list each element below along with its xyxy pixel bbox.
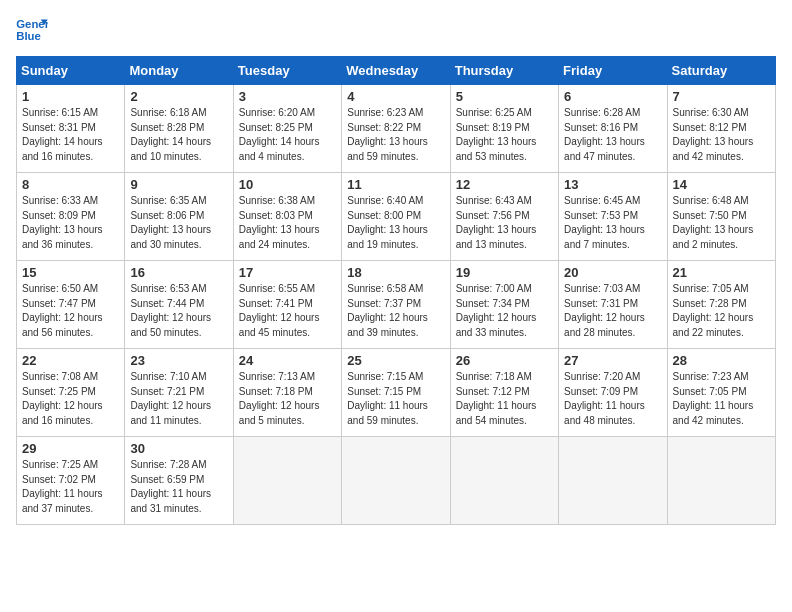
calendar-table: SundayMondayTuesdayWednesdayThursdayFrid… bbox=[16, 56, 776, 525]
day-info: Sunrise: 7:13 AM Sunset: 7:18 PM Dayligh… bbox=[239, 370, 336, 428]
day-info: Sunrise: 6:48 AM Sunset: 7:50 PM Dayligh… bbox=[673, 194, 770, 252]
calendar-cell bbox=[233, 437, 341, 525]
logo-icon: General Blue bbox=[16, 16, 48, 44]
calendar-cell: 16Sunrise: 6:53 AM Sunset: 7:44 PM Dayli… bbox=[125, 261, 233, 349]
calendar-cell: 23Sunrise: 7:10 AM Sunset: 7:21 PM Dayli… bbox=[125, 349, 233, 437]
day-number: 2 bbox=[130, 89, 227, 104]
calendar-cell: 13Sunrise: 6:45 AM Sunset: 7:53 PM Dayli… bbox=[559, 173, 667, 261]
calendar-cell: 27Sunrise: 7:20 AM Sunset: 7:09 PM Dayli… bbox=[559, 349, 667, 437]
day-number: 10 bbox=[239, 177, 336, 192]
day-info: Sunrise: 6:33 AM Sunset: 8:09 PM Dayligh… bbox=[22, 194, 119, 252]
day-number: 8 bbox=[22, 177, 119, 192]
calendar-cell: 7Sunrise: 6:30 AM Sunset: 8:12 PM Daylig… bbox=[667, 85, 775, 173]
calendar-cell: 17Sunrise: 6:55 AM Sunset: 7:41 PM Dayli… bbox=[233, 261, 341, 349]
calendar-row: 29Sunrise: 7:25 AM Sunset: 7:02 PM Dayli… bbox=[17, 437, 776, 525]
day-info: Sunrise: 6:53 AM Sunset: 7:44 PM Dayligh… bbox=[130, 282, 227, 340]
day-info: Sunrise: 7:18 AM Sunset: 7:12 PM Dayligh… bbox=[456, 370, 553, 428]
day-info: Sunrise: 7:15 AM Sunset: 7:15 PM Dayligh… bbox=[347, 370, 444, 428]
calendar-cell: 18Sunrise: 6:58 AM Sunset: 7:37 PM Dayli… bbox=[342, 261, 450, 349]
day-info: Sunrise: 7:23 AM Sunset: 7:05 PM Dayligh… bbox=[673, 370, 770, 428]
day-number: 22 bbox=[22, 353, 119, 368]
calendar-cell: 14Sunrise: 6:48 AM Sunset: 7:50 PM Dayli… bbox=[667, 173, 775, 261]
day-number: 24 bbox=[239, 353, 336, 368]
calendar-cell: 6Sunrise: 6:28 AM Sunset: 8:16 PM Daylig… bbox=[559, 85, 667, 173]
day-info: Sunrise: 7:25 AM Sunset: 7:02 PM Dayligh… bbox=[22, 458, 119, 516]
calendar-cell: 11Sunrise: 6:40 AM Sunset: 8:00 PM Dayli… bbox=[342, 173, 450, 261]
day-info: Sunrise: 6:55 AM Sunset: 7:41 PM Dayligh… bbox=[239, 282, 336, 340]
day-number: 7 bbox=[673, 89, 770, 104]
calendar-cell: 25Sunrise: 7:15 AM Sunset: 7:15 PM Dayli… bbox=[342, 349, 450, 437]
weekday-header: Thursday bbox=[450, 57, 558, 85]
logo: General Blue bbox=[16, 16, 56, 44]
day-info: Sunrise: 6:23 AM Sunset: 8:22 PM Dayligh… bbox=[347, 106, 444, 164]
day-number: 29 bbox=[22, 441, 119, 456]
day-number: 16 bbox=[130, 265, 227, 280]
day-info: Sunrise: 6:40 AM Sunset: 8:00 PM Dayligh… bbox=[347, 194, 444, 252]
calendar-cell: 28Sunrise: 7:23 AM Sunset: 7:05 PM Dayli… bbox=[667, 349, 775, 437]
weekday-header: Sunday bbox=[17, 57, 125, 85]
calendar-cell: 20Sunrise: 7:03 AM Sunset: 7:31 PM Dayli… bbox=[559, 261, 667, 349]
day-number: 19 bbox=[456, 265, 553, 280]
day-info: Sunrise: 6:25 AM Sunset: 8:19 PM Dayligh… bbox=[456, 106, 553, 164]
day-info: Sunrise: 7:00 AM Sunset: 7:34 PM Dayligh… bbox=[456, 282, 553, 340]
day-info: Sunrise: 6:58 AM Sunset: 7:37 PM Dayligh… bbox=[347, 282, 444, 340]
day-number: 26 bbox=[456, 353, 553, 368]
calendar-row: 22Sunrise: 7:08 AM Sunset: 7:25 PM Dayli… bbox=[17, 349, 776, 437]
calendar-cell: 1Sunrise: 6:15 AM Sunset: 8:31 PM Daylig… bbox=[17, 85, 125, 173]
day-number: 3 bbox=[239, 89, 336, 104]
day-info: Sunrise: 7:28 AM Sunset: 6:59 PM Dayligh… bbox=[130, 458, 227, 516]
calendar-cell bbox=[450, 437, 558, 525]
calendar-cell: 10Sunrise: 6:38 AM Sunset: 8:03 PM Dayli… bbox=[233, 173, 341, 261]
day-info: Sunrise: 7:20 AM Sunset: 7:09 PM Dayligh… bbox=[564, 370, 661, 428]
calendar-cell bbox=[667, 437, 775, 525]
weekday-header: Monday bbox=[125, 57, 233, 85]
day-info: Sunrise: 7:03 AM Sunset: 7:31 PM Dayligh… bbox=[564, 282, 661, 340]
day-number: 28 bbox=[673, 353, 770, 368]
calendar-row: 15Sunrise: 6:50 AM Sunset: 7:47 PM Dayli… bbox=[17, 261, 776, 349]
calendar-row: 8Sunrise: 6:33 AM Sunset: 8:09 PM Daylig… bbox=[17, 173, 776, 261]
day-number: 6 bbox=[564, 89, 661, 104]
day-number: 30 bbox=[130, 441, 227, 456]
day-info: Sunrise: 6:38 AM Sunset: 8:03 PM Dayligh… bbox=[239, 194, 336, 252]
calendar-row: 1Sunrise: 6:15 AM Sunset: 8:31 PM Daylig… bbox=[17, 85, 776, 173]
day-number: 20 bbox=[564, 265, 661, 280]
day-number: 23 bbox=[130, 353, 227, 368]
calendar-cell: 9Sunrise: 6:35 AM Sunset: 8:06 PM Daylig… bbox=[125, 173, 233, 261]
day-number: 13 bbox=[564, 177, 661, 192]
day-info: Sunrise: 6:20 AM Sunset: 8:25 PM Dayligh… bbox=[239, 106, 336, 164]
day-info: Sunrise: 6:28 AM Sunset: 8:16 PM Dayligh… bbox=[564, 106, 661, 164]
day-info: Sunrise: 6:43 AM Sunset: 7:56 PM Dayligh… bbox=[456, 194, 553, 252]
calendar-cell: 2Sunrise: 6:18 AM Sunset: 8:28 PM Daylig… bbox=[125, 85, 233, 173]
calendar-cell: 8Sunrise: 6:33 AM Sunset: 8:09 PM Daylig… bbox=[17, 173, 125, 261]
day-number: 11 bbox=[347, 177, 444, 192]
calendar-cell: 4Sunrise: 6:23 AM Sunset: 8:22 PM Daylig… bbox=[342, 85, 450, 173]
day-number: 25 bbox=[347, 353, 444, 368]
calendar-cell: 30Sunrise: 7:28 AM Sunset: 6:59 PM Dayli… bbox=[125, 437, 233, 525]
day-info: Sunrise: 7:10 AM Sunset: 7:21 PM Dayligh… bbox=[130, 370, 227, 428]
day-number: 14 bbox=[673, 177, 770, 192]
calendar-cell: 12Sunrise: 6:43 AM Sunset: 7:56 PM Dayli… bbox=[450, 173, 558, 261]
page-header: General Blue bbox=[16, 16, 776, 44]
day-info: Sunrise: 6:35 AM Sunset: 8:06 PM Dayligh… bbox=[130, 194, 227, 252]
day-number: 15 bbox=[22, 265, 119, 280]
day-number: 5 bbox=[456, 89, 553, 104]
header-row: SundayMondayTuesdayWednesdayThursdayFrid… bbox=[17, 57, 776, 85]
day-number: 1 bbox=[22, 89, 119, 104]
day-number: 18 bbox=[347, 265, 444, 280]
calendar-cell: 26Sunrise: 7:18 AM Sunset: 7:12 PM Dayli… bbox=[450, 349, 558, 437]
day-number: 9 bbox=[130, 177, 227, 192]
calendar-cell: 3Sunrise: 6:20 AM Sunset: 8:25 PM Daylig… bbox=[233, 85, 341, 173]
svg-text:Blue: Blue bbox=[16, 30, 41, 42]
day-number: 21 bbox=[673, 265, 770, 280]
day-info: Sunrise: 6:30 AM Sunset: 8:12 PM Dayligh… bbox=[673, 106, 770, 164]
day-number: 27 bbox=[564, 353, 661, 368]
calendar-cell bbox=[559, 437, 667, 525]
day-number: 17 bbox=[239, 265, 336, 280]
calendar-cell: 24Sunrise: 7:13 AM Sunset: 7:18 PM Dayli… bbox=[233, 349, 341, 437]
calendar-cell: 22Sunrise: 7:08 AM Sunset: 7:25 PM Dayli… bbox=[17, 349, 125, 437]
calendar-cell: 19Sunrise: 7:00 AM Sunset: 7:34 PM Dayli… bbox=[450, 261, 558, 349]
calendar-cell: 21Sunrise: 7:05 AM Sunset: 7:28 PM Dayli… bbox=[667, 261, 775, 349]
weekday-header: Saturday bbox=[667, 57, 775, 85]
day-info: Sunrise: 7:05 AM Sunset: 7:28 PM Dayligh… bbox=[673, 282, 770, 340]
day-number: 4 bbox=[347, 89, 444, 104]
